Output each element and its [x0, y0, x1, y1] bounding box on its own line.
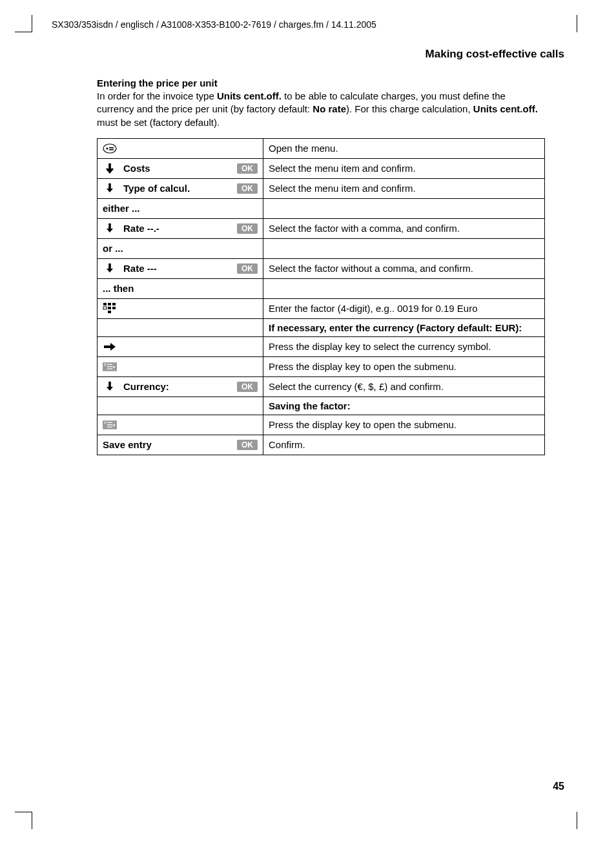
svg-rect-17	[107, 364, 112, 365]
table-row: Saving the factor:	[98, 396, 545, 415]
doc-path: SX303/353isdn / englisch / A31008-X353-B…	[52, 19, 564, 30]
step-label: Save entry	[103, 439, 231, 450]
table-row: Press the display key to open the submen…	[98, 356, 545, 376]
table-row: Rate --.- OK Select the factor with a co…	[98, 218, 545, 238]
step-description: Select the factor with a comma, and conf…	[263, 218, 545, 238]
intro-bold: Units cent.off.	[217, 90, 282, 101]
table-row: Open the menu.	[98, 138, 545, 158]
svg-rect-2	[109, 147, 114, 149]
svg-rect-18	[107, 366, 112, 367]
step-label: Rate --.-	[123, 223, 231, 234]
arrow-right-icon	[103, 340, 117, 353]
step-label: Costs	[123, 163, 231, 174]
step-label: Type of calcul.	[123, 183, 231, 194]
ok-badge: OK	[237, 163, 258, 174]
section-title: Making cost-effective calls	[52, 48, 564, 61]
table-row: Rate --- OK Select the factor without a …	[98, 258, 545, 278]
ok-badge: OK	[237, 223, 258, 234]
step-description	[263, 238, 545, 258]
step-description: Press the display key to select the curr…	[263, 336, 545, 356]
branch-label: either ...	[103, 203, 258, 214]
intro-text: In order for the invoice type	[97, 90, 217, 101]
page: SX303/353isdn / englisch / A31008-X353-B…	[0, 0, 616, 455]
svg-rect-14	[108, 311, 111, 313]
step-description	[263, 278, 545, 298]
table-row: If necessary, enter the currency (Factor…	[98, 318, 545, 336]
svg-point-1	[106, 147, 108, 149]
page-number: 45	[553, 781, 564, 792]
arrow-down-icon	[103, 222, 117, 235]
arrow-down-icon	[103, 162, 117, 175]
svg-rect-25	[107, 424, 112, 425]
svg-rect-19	[107, 368, 112, 369]
table-row: ... then	[98, 278, 545, 298]
intro-paragraph: In order for the invoice type Units cent…	[97, 90, 545, 129]
step-description: Press the display key to open the submen…	[263, 356, 545, 376]
table-row: either ...	[98, 198, 545, 218]
ok-badge: OK	[237, 382, 258, 392]
svg-rect-9	[108, 303, 111, 305]
branch-label: ... then	[103, 283, 258, 294]
step-heading: Saving the factor:	[263, 396, 545, 415]
arrow-down-icon	[103, 262, 117, 275]
step-description: Enter the factor (4-digit), e.g.. 0019 f…	[263, 298, 545, 318]
steps-table: Open the menu. Costs OK Select the menu …	[97, 138, 545, 455]
svg-rect-24	[107, 422, 112, 423]
svg-rect-12	[108, 307, 111, 309]
step-description	[263, 198, 545, 218]
svg-rect-11	[103, 307, 107, 309]
subhead: Entering the price per unit	[97, 77, 545, 88]
svg-rect-10	[112, 303, 116, 305]
svg-rect-4	[108, 163, 111, 170]
step-description: Select the factor without a comma, and c…	[263, 258, 545, 278]
step-description: Select the menu item and confirm.	[263, 158, 545, 178]
svg-rect-26	[107, 426, 112, 427]
submenu-icon	[103, 360, 117, 373]
table-row: Type of calcul. OK Select the menu item …	[98, 178, 545, 198]
step-description: Press the display key to open the submen…	[263, 415, 545, 435]
table-row: Press the display key to select the curr…	[98, 336, 545, 356]
ok-badge: OK	[237, 440, 258, 450]
arrow-down-icon	[103, 182, 117, 195]
step-description: Select the currency (€, $, £) and confir…	[263, 376, 545, 396]
table-row: Enter the factor (4-digit), e.g.. 0019 f…	[98, 298, 545, 318]
table-row: Press the display key to open the submen…	[98, 415, 545, 435]
svg-rect-28	[113, 425, 115, 426]
svg-rect-8	[103, 303, 107, 305]
intro-text: must be set (factory default).	[97, 117, 220, 128]
menu-open-icon	[103, 142, 117, 155]
ok-badge: OK	[237, 263, 258, 274]
table-row: Costs OK Select the menu item and confir…	[98, 158, 545, 178]
table-row: Currency: OK Select the currency (€, $, …	[98, 376, 545, 396]
svg-point-0	[103, 144, 116, 153]
step-description: Select the menu item and confirm.	[263, 178, 545, 198]
intro-text: ). For this charge calculation,	[346, 103, 473, 114]
intro-bold: No rate	[313, 103, 346, 114]
step-description: Open the menu.	[263, 138, 545, 158]
step-label: Rate ---	[123, 263, 231, 274]
svg-rect-13	[112, 307, 116, 309]
submenu-icon	[103, 418, 117, 431]
step-label: Currency:	[123, 381, 231, 392]
intro-bold: Units cent.off.	[473, 103, 538, 114]
svg-rect-3	[109, 149, 114, 150]
step-heading: If necessary, enter the currency (Factor…	[263, 318, 545, 336]
svg-rect-21	[113, 367, 115, 367]
keypad-icon	[103, 302, 117, 315]
branch-label: or ...	[103, 243, 258, 254]
table-row: or ...	[98, 238, 545, 258]
step-description: Confirm.	[263, 435, 545, 455]
content: Entering the price per unit In order for…	[52, 77, 564, 455]
arrow-down-icon	[103, 380, 117, 393]
table-row: Save entry OK Confirm.	[98, 435, 545, 455]
ok-badge: OK	[237, 183, 258, 194]
